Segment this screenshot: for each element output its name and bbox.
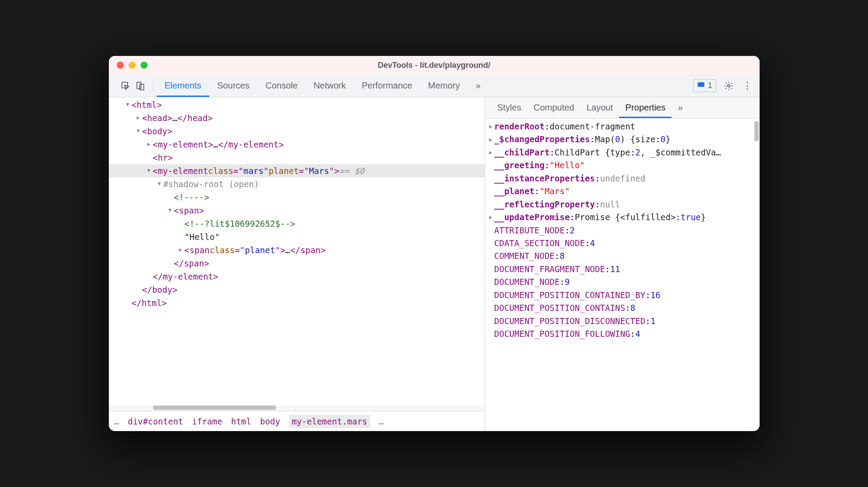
vertical-scrollbar[interactable] [754, 121, 759, 141]
issues-count: 1 [708, 81, 712, 90]
dom-row[interactable]: <!----> [109, 191, 485, 204]
close-window-button[interactable] [117, 62, 124, 69]
property-key: _$changedProperties [494, 133, 590, 146]
tab-performance[interactable]: Performance [354, 74, 420, 97]
disclosure-triangle-icon[interactable]: ▶ [135, 114, 141, 122]
property-row[interactable]: __reflectingProperty: null [488, 198, 757, 211]
property-row[interactable]: ATTRIBUTE_NODE: 2 [488, 224, 757, 237]
tab-sources[interactable]: Sources [209, 74, 257, 97]
dom-row[interactable]: "Hello" [109, 230, 485, 244]
property-row[interactable]: __planet: "Mars" [488, 185, 757, 198]
disclosure-triangle-icon[interactable]: ▼ [135, 127, 141, 135]
sidebar-tab-styles[interactable]: Styles [491, 97, 527, 118]
disclosure-triangle-icon[interactable]: ▼ [156, 180, 163, 188]
inspect-element-icon[interactable] [119, 80, 132, 92]
maximize-window-button[interactable] [141, 62, 148, 69]
property-row[interactable]: ▶__childPart: ChildPart {type: 2, _$comm… [488, 146, 757, 159]
disclosure-triangle-icon[interactable]: ▼ [146, 166, 152, 175]
disclosure-triangle-icon[interactable]: ▶ [178, 246, 184, 254]
dom-row[interactable]: <hr> [109, 151, 485, 164]
dom-token-attr: class [210, 244, 235, 257]
property-value-num: 8 [630, 302, 635, 314]
dom-token-text: … [213, 138, 218, 151]
dom-row[interactable]: ▶<span class="planet">…</span> [109, 244, 485, 257]
disclosure-triangle-icon[interactable]: ▶ [488, 148, 494, 157]
property-row[interactable]: DOCUMENT_FRAGMENT_NODE: 11 [488, 263, 757, 276]
minimize-window-button[interactable] [129, 62, 136, 69]
dom-tree[interactable]: ▼<html>▶<head>…</head>▼<body>▶<my-elemen… [109, 97, 485, 405]
more-tabs-button[interactable]: » [468, 74, 489, 97]
colon: : [630, 328, 635, 340]
property-row[interactable]: __instanceProperties: undefined [488, 172, 757, 185]
dom-row[interactable]: </span> [109, 257, 485, 270]
property-row[interactable]: DOCUMENT_NODE: 9 [488, 276, 757, 288]
property-row[interactable]: __greeting: "Hello" [488, 159, 757, 172]
properties-list[interactable]: ▶renderRoot: document-fragment▶_$changed… [485, 118, 760, 431]
property-value-obj: Promise {<fulfilled>: [575, 211, 681, 224]
dom-row[interactable]: ▼<span> [109, 204, 485, 217]
horizontal-scrollbar[interactable] [109, 405, 485, 411]
property-key: DOCUMENT_POSITION_DISCONNECTED [494, 315, 645, 328]
property-row[interactable]: DOCUMENT_POSITION_CONTAINED_BY: 16 [488, 289, 757, 302]
sidebar-tab-properties[interactable]: Properties [619, 97, 671, 118]
property-value-obj: } [701, 211, 706, 224]
settings-icon[interactable] [723, 80, 735, 92]
tab-network[interactable]: Network [306, 74, 354, 97]
dom-row[interactable]: ▼#shadow-root (open) [109, 177, 485, 191]
property-row[interactable]: DOCUMENT_POSITION_FOLLOWING: 4 [488, 328, 757, 340]
property-key: DOCUMENT_POSITION_CONTAINS [494, 302, 625, 314]
tab-elements[interactable]: Elements [157, 74, 209, 97]
sidebar-more-tabs-button[interactable]: » [671, 97, 689, 118]
property-row[interactable]: ▶__updatePromise: Promise {<fulfilled>: … [488, 211, 757, 224]
property-key: DOCUMENT_POSITION_CONTAINED_BY [494, 289, 645, 302]
dom-row[interactable]: ▶<head>…</head> [109, 111, 485, 125]
dom-token-tag: <body> [142, 125, 173, 138]
disclosure-triangle-icon[interactable]: ▶ [488, 122, 494, 131]
breadcrumb-item[interactable]: iframe [192, 417, 223, 426]
breadcrumb-overflow-left[interactable]: … [114, 417, 119, 426]
property-value-str: "Hello" [549, 159, 585, 172]
tab-console[interactable]: Console [257, 74, 305, 97]
more-menu-icon[interactable]: ⋮ [741, 80, 753, 92]
dom-row[interactable]: ▼<my-element class="mars" planet="Mars">… [109, 164, 485, 177]
svg-rect-1 [137, 82, 141, 89]
property-row[interactable]: DOCUMENT_POSITION_DISCONNECTED: 1 [488, 315, 757, 328]
breadcrumb-item[interactable]: html [231, 417, 251, 426]
property-row[interactable]: CDATA_SECTION_NODE: 4 [488, 237, 757, 250]
breadcrumb-item[interactable]: body [260, 417, 280, 426]
dom-row[interactable]: <!--?lit$106992652$--> [109, 217, 485, 230]
dom-row[interactable]: ▶<my-element>…</my-element> [109, 138, 485, 151]
disclosure-triangle-icon[interactable]: ▶ [488, 213, 494, 221]
device-toolbar-icon[interactable] [134, 80, 147, 92]
window-titlebar: DevTools - lit.dev/playground/ [109, 56, 760, 74]
breadcrumb-overflow-right[interactable]: … [379, 417, 384, 426]
property-key: __greeting [494, 159, 545, 172]
disclosure-triangle-icon[interactable]: ▼ [167, 206, 173, 214]
sidebar-tab-computed[interactable]: Computed [527, 97, 580, 118]
sidebar-tab-layout[interactable]: Layout [580, 97, 619, 118]
dom-token-tag: <my-element [153, 164, 208, 177]
breadcrumb-item[interactable]: div#content [128, 417, 183, 426]
main-tabs: ElementsSourcesConsoleNetworkPerformance… [157, 74, 468, 97]
property-row[interactable]: DOCUMENT_POSITION_CONTAINS: 8 [488, 302, 757, 314]
property-value-num: true [681, 211, 701, 224]
dom-row[interactable]: </html> [109, 296, 485, 310]
dom-row[interactable]: ▼<html> [109, 98, 485, 111]
property-row[interactable]: ▶renderRoot: document-fragment [488, 120, 757, 133]
property-value-obj: ChildPart {type: [555, 146, 635, 159]
dom-row[interactable]: </body> [109, 283, 485, 296]
dom-token-tag: </html> [132, 296, 167, 310]
disclosure-triangle-icon[interactable]: ▶ [146, 140, 152, 148]
property-value-str: "Mars" [539, 185, 570, 198]
property-row[interactable]: COMMENT_NODE: 8 [488, 250, 757, 262]
property-key: COMMENT_NODE [494, 250, 555, 262]
disclosure-triangle-icon[interactable]: ▼ [125, 100, 131, 109]
property-value-obj: } [665, 133, 670, 146]
disclosure-triangle-icon[interactable]: ▶ [488, 136, 494, 144]
breadcrumb-item[interactable]: my-element.mars [289, 415, 370, 428]
issues-badge[interactable]: 1 [693, 79, 716, 92]
dom-row[interactable]: ▼<body> [109, 125, 485, 138]
tab-memory[interactable]: Memory [420, 74, 468, 97]
property-row[interactable]: ▶_$changedProperties: Map(0) {size: 0} [488, 133, 757, 146]
dom-row[interactable]: </my-element> [109, 270, 485, 283]
